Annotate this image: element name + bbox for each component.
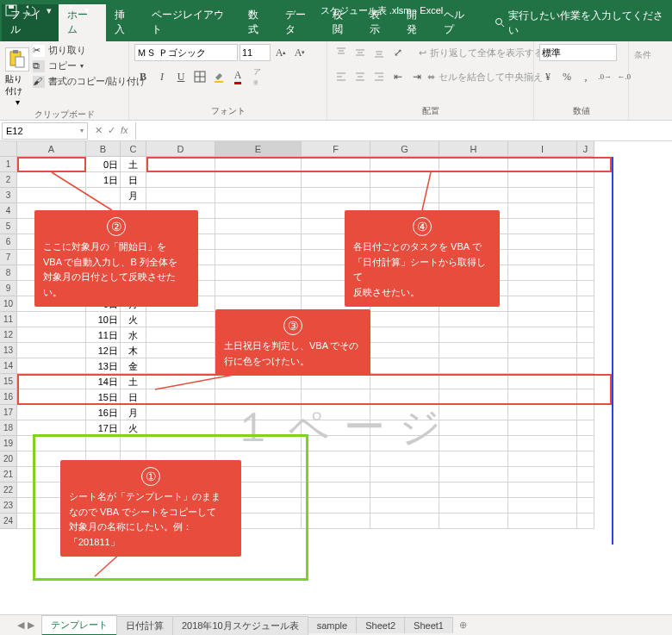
align-top-button[interactable]	[333, 44, 350, 61]
row-header[interactable]: 10	[0, 296, 17, 312]
cell[interactable]	[17, 188, 86, 203]
cell[interactable]	[508, 281, 577, 296]
cell[interactable]	[302, 405, 370, 420]
cell[interactable]	[508, 467, 577, 482]
cell[interactable]	[302, 451, 370, 467]
cell[interactable]	[17, 343, 86, 358]
row-header[interactable]: 13	[0, 343, 17, 358]
cell[interactable]	[577, 498, 594, 514]
column-header[interactable]: J	[577, 141, 594, 157]
cell[interactable]	[370, 467, 439, 482]
cell[interactable]	[508, 172, 577, 188]
cell[interactable]	[17, 312, 86, 327]
cell[interactable]	[577, 327, 594, 343]
decrease-indent-button[interactable]: ⇤	[389, 68, 407, 85]
cell[interactable]	[302, 482, 370, 498]
cell[interactable]: 0日	[86, 157, 121, 172]
cell[interactable]	[439, 405, 508, 420]
cell[interactable]	[370, 343, 439, 358]
sheet-tab-schedule[interactable]: 2018年10月スケジュール表	[172, 616, 308, 635]
row-header[interactable]: 3	[0, 188, 17, 203]
column-header[interactable]: D	[146, 141, 215, 157]
cell[interactable]	[146, 312, 215, 327]
increase-decimal-button[interactable]: .0→	[596, 68, 613, 85]
row-header[interactable]: 21	[0, 467, 17, 482]
cell[interactable]	[215, 405, 302, 420]
cell[interactable]	[146, 405, 215, 420]
cell[interactable]: 16日	[86, 405, 121, 420]
cell[interactable]	[302, 188, 370, 203]
cell[interactable]	[508, 188, 577, 203]
font-name-select[interactable]	[134, 44, 238, 61]
cell[interactable]: 11日	[86, 327, 121, 343]
cell[interactable]	[215, 281, 302, 296]
cell[interactable]	[577, 296, 594, 312]
row-header[interactable]: 6	[0, 234, 17, 250]
cell[interactable]	[17, 358, 86, 374]
phonetic-button[interactable]: ア亜	[248, 68, 265, 85]
cell[interactable]	[577, 265, 594, 281]
cell[interactable]	[439, 312, 508, 327]
cell[interactable]	[17, 172, 86, 188]
column-header[interactable]: C	[121, 141, 146, 157]
cell[interactable]	[577, 420, 594, 436]
cell[interactable]	[302, 420, 370, 436]
cell[interactable]	[577, 358, 594, 374]
sheet-nav-next-icon[interactable]: ▶	[28, 619, 34, 631]
row-header[interactable]: 19	[0, 436, 17, 451]
cell[interactable]	[508, 312, 577, 327]
column-header[interactable]: B	[86, 141, 121, 157]
cell[interactable]	[215, 188, 302, 203]
cell[interactable]	[577, 281, 594, 296]
row-header[interactable]: 14	[0, 358, 17, 374]
qat-dropdown2-icon[interactable]: ▾	[79, 3, 95, 18]
cell[interactable]: 金	[121, 358, 146, 374]
align-center-button[interactable]	[352, 68, 369, 85]
cell[interactable]	[439, 436, 508, 451]
cancel-formula-icon[interactable]: ✕	[95, 125, 103, 136]
cell[interactable]	[508, 203, 577, 219]
cell[interactable]	[508, 498, 577, 514]
cell[interactable]	[439, 514, 508, 529]
cell[interactable]	[215, 203, 302, 219]
column-header[interactable]: E	[215, 141, 302, 157]
bold-button[interactable]: B	[134, 68, 152, 85]
cell[interactable]	[215, 172, 302, 188]
number-format-select[interactable]	[539, 44, 617, 61]
font-color-button[interactable]: A	[229, 68, 246, 85]
cell[interactable]	[577, 219, 594, 234]
border-button[interactable]	[191, 68, 208, 85]
select-all-corner[interactable]	[0, 141, 17, 157]
row-header[interactable]: 9	[0, 281, 17, 296]
cell[interactable]	[577, 188, 594, 203]
cell[interactable]	[508, 436, 577, 451]
cell[interactable]	[370, 188, 439, 203]
cell[interactable]	[439, 358, 508, 374]
cell[interactable]	[215, 250, 302, 265]
cell[interactable]	[439, 498, 508, 514]
cell[interactable]	[302, 467, 370, 482]
row-header[interactable]: 1	[0, 157, 17, 172]
fill-color-button[interactable]	[210, 68, 227, 85]
cell[interactable]	[577, 312, 594, 327]
cell[interactable]	[508, 358, 577, 374]
cell[interactable]	[439, 467, 508, 482]
cell[interactable]	[577, 343, 594, 358]
cell[interactable]	[370, 451, 439, 467]
cell[interactable]	[577, 514, 594, 529]
cell[interactable]	[17, 327, 86, 343]
cell[interactable]	[577, 451, 594, 467]
cell[interactable]	[86, 188, 121, 203]
cell[interactable]: 10日	[86, 312, 121, 327]
cell[interactable]	[370, 358, 439, 374]
italic-button[interactable]: I	[153, 68, 171, 85]
row-header[interactable]: 2	[0, 172, 17, 188]
sheet-tab-sheet2[interactable]: Sheet2	[356, 617, 405, 633]
cell[interactable]	[215, 265, 302, 281]
cell[interactable]	[146, 358, 215, 374]
cell[interactable]	[17, 405, 86, 420]
cell[interactable]	[577, 203, 594, 219]
row-header[interactable]: 17	[0, 405, 17, 420]
cell[interactable]	[577, 234, 594, 250]
add-sheet-button[interactable]: ⊕	[452, 617, 474, 633]
